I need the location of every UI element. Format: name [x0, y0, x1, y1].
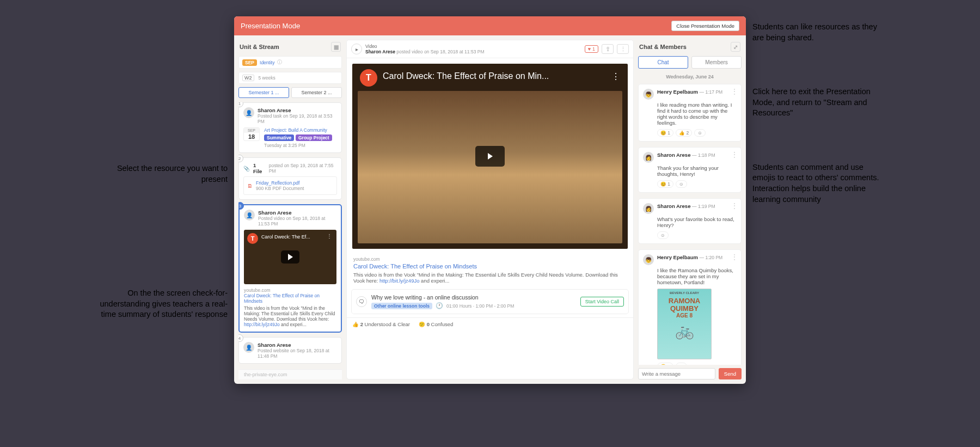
- paperclip-icon: 📎: [243, 166, 250, 172]
- avatar: 👩: [643, 152, 654, 163]
- chat-message: ⋮ 👩Sharon Arese — 1:19 PM What's your fa…: [638, 198, 742, 244]
- avatar: 👩: [643, 203, 654, 214]
- unit-duration: 5 weeks: [259, 75, 275, 81]
- reaction[interactable]: 😊 1: [657, 363, 673, 365]
- video-url[interactable]: http://bit.ly/jz49Jo: [379, 278, 419, 284]
- callout-close: Click here to exit the Presentation Mode…: [752, 87, 883, 119]
- card-author: Sharon Arese: [258, 342, 291, 348]
- chat-message: ⋮ 👦Henry Epelbaum — 1:20 PM I like the R…: [638, 249, 742, 365]
- add-reaction-icon[interactable]: ☺: [657, 231, 669, 239]
- card-number: 3: [238, 202, 244, 210]
- send-button[interactable]: Send: [719, 368, 742, 379]
- more-icon[interactable]: ⋮: [731, 151, 738, 158]
- stream-card-file[interactable]: 2 📎 1 File posted on Sep 19, 2018 at 7:5…: [238, 157, 342, 200]
- unit-stream-panel: Unit & Stream ▦ SEP Identity ⓘ W2 5 week…: [238, 40, 342, 379]
- video-thumbnail[interactable]: T Carol Dweck: The Ef... ⋮: [244, 230, 336, 284]
- discussion-title: Why we love writing - an online discussi…: [371, 294, 576, 301]
- msg-time: — 1:18 PM: [692, 152, 715, 158]
- file-meta: posted on Sep 19, 2018 at 7:55 PM: [269, 163, 337, 174]
- unit-row[interactable]: SEP Identity ⓘ: [238, 56, 342, 69]
- close-presentation-button[interactable]: Close Presentation Mode: [671, 21, 739, 31]
- file-attachment[interactable]: 🗎 Friday_Reflection.pdf 900 KB PDF Docum…: [243, 176, 337, 195]
- stream-card-video[interactable]: 3 👤 Sharon Arese Posted video on Sep 18,…: [238, 204, 342, 333]
- chat-date: Wednesday, June 24: [638, 74, 742, 79]
- like-button[interactable]: ♥ 1: [585, 45, 598, 53]
- more-icon[interactable]: ⋮: [611, 71, 620, 82]
- video-type-icon: ▸: [351, 44, 362, 54]
- content-author: Sharon Arese: [365, 49, 395, 54]
- tab-members[interactable]: Members: [691, 56, 742, 69]
- channel-badge-icon: T: [247, 233, 258, 244]
- video-link[interactable]: Carol Dweck: The Effect of Praise on Min…: [353, 263, 627, 270]
- chat-input[interactable]: [638, 368, 715, 379]
- discussion-icon: 🗨: [356, 296, 367, 307]
- more-icon[interactable]: ⋮: [731, 202, 738, 210]
- share-icon[interactable]: ⇪: [602, 44, 614, 54]
- card-meta: Posted website on Sep 18, 2018 at 11:48 …: [258, 348, 337, 359]
- discussion-card: 🗨 Why we love writing - an online discus…: [351, 289, 629, 314]
- stream-card-task[interactable]: 1 👤 Sharon Arese Posted task on Sep 19, …: [238, 102, 342, 153]
- content-header: ▸ Video Sharon Arese posted video on Sep…: [347, 40, 633, 58]
- callout-cfu: On the the screen check-for-understandin…: [97, 288, 228, 320]
- callout-select-resource: Select the resource you want to present: [97, 163, 228, 185]
- pill-group: Group Project: [296, 134, 332, 141]
- reaction[interactable]: 😊 1: [657, 180, 673, 188]
- more-icon[interactable]: ⋮: [327, 233, 332, 239]
- discussion-time: 01:00 Hours · 1:00 PM - 2:00 PM: [446, 303, 514, 309]
- avatar: 👦: [643, 89, 654, 100]
- video-title: Carol Dweck: The Effect of Praise on Min…: [383, 71, 549, 81]
- avatar: 👦: [643, 254, 654, 265]
- chat-panel: Chat & Members ⤢ Chat Members Wednesday,…: [638, 40, 742, 379]
- file-name: Friday_Reflection.pdf: [256, 180, 304, 186]
- start-video-call-button[interactable]: Start Video Call: [580, 297, 624, 307]
- msg-time: — 1:20 PM: [700, 255, 723, 260]
- more-icon[interactable]: ⋮: [731, 88, 738, 95]
- video-player[interactable]: T Carol Dweck: The Effect of Praise on M…: [352, 64, 628, 249]
- footer-url: the-private-eye.com: [238, 369, 342, 379]
- avatar: 👤: [243, 107, 254, 118]
- video-desc: This video is from the Vook "Mind in the…: [244, 305, 336, 327]
- video-source: youtube.com: [244, 287, 336, 293]
- task-title: Art Project: Build A Community: [264, 127, 337, 133]
- msg-author: Henry Epelbaum: [657, 89, 698, 95]
- tab-semester-1[interactable]: Semester 1 ...: [238, 87, 289, 98]
- card-number: 2: [238, 155, 243, 162]
- file-count: 1 File: [253, 162, 266, 174]
- stream-card-website[interactable]: 4 👤 Sharon Arese Posted website on Sep 1…: [238, 337, 342, 364]
- avatar: 👤: [243, 342, 254, 353]
- unit-name: Identity: [260, 60, 274, 65]
- presentation-panel: ▸ Video Sharon Arese posted video on Sep…: [346, 40, 634, 379]
- more-icon[interactable]: ⋮: [617, 44, 629, 54]
- file-size: 900 KB PDF Document: [256, 186, 304, 191]
- titlebar: Presentation Mode Close Presentation Mod…: [234, 16, 746, 35]
- cfu-confused: 😕 0 Confused: [419, 321, 453, 327]
- card-number: 1: [238, 102, 243, 107]
- content-type: Video: [365, 44, 581, 49]
- avatar: 👤: [244, 210, 255, 221]
- content-meta: posted video on Sep 18, 2018 at 11:53 PM: [395, 49, 485, 54]
- card-number: 4: [238, 334, 243, 342]
- book-cover: BEVERLY CLEARY RAMONA QUIMBY AGE 8 🚲: [657, 289, 712, 359]
- play-icon[interactable]: [281, 250, 299, 264]
- file-icon: 🗎: [247, 183, 253, 189]
- add-reaction-icon[interactable]: ☺: [694, 129, 706, 137]
- tab-semester-2[interactable]: Semester 2 ...: [291, 87, 342, 98]
- video-link[interactable]: Carol Dweck: The Effect of Praise on Min…: [244, 293, 336, 304]
- reaction[interactable]: 👍 2: [676, 129, 692, 137]
- add-reaction-icon[interactable]: ☺: [676, 180, 687, 188]
- play-icon[interactable]: [475, 146, 505, 167]
- msg-text: I like the Ramona Quimby books, because …: [657, 267, 737, 285]
- more-icon[interactable]: ⋮: [731, 253, 738, 261]
- grid-icon[interactable]: ▦: [331, 42, 341, 52]
- expand-icon[interactable]: ⤢: [731, 42, 740, 52]
- reaction[interactable]: 😊 1: [657, 129, 673, 137]
- card-author: Sharon Arese: [258, 107, 291, 113]
- msg-text: What's your favorite book to read, Henry…: [657, 216, 737, 228]
- card-author: Sharon Arese: [258, 210, 291, 216]
- cfu-understood: 👍 2 Understood & Clear: [352, 321, 410, 327]
- add-reaction-icon[interactable]: ☺: [676, 363, 687, 365]
- tab-chat[interactable]: Chat: [638, 56, 688, 69]
- titlebar-title: Presentation Mode: [241, 22, 300, 30]
- info-icon: ⓘ: [277, 59, 282, 66]
- cfu-bar: 👍 2 Understood & Clear 😕 0 Confused: [347, 317, 633, 330]
